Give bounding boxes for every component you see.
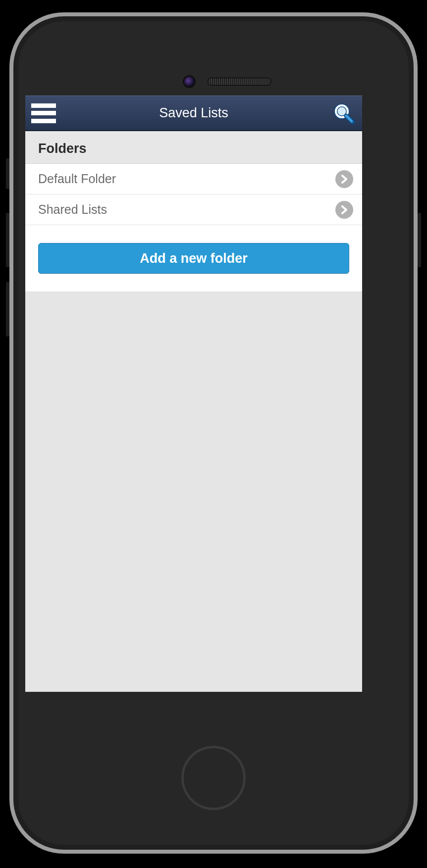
chevron-right-icon xyxy=(335,201,353,219)
page-title: Saved Lists xyxy=(25,105,362,121)
folder-row-shared[interactable]: Shared Lists xyxy=(25,194,362,225)
app-screen: Saved Lists Folders Default Folder Share… xyxy=(25,96,362,692)
folder-row-default[interactable]: Default Folder xyxy=(25,164,362,194)
folder-label: Default Folder xyxy=(38,172,335,186)
folder-label: Shared Lists xyxy=(38,202,335,217)
phone-speaker xyxy=(207,78,271,86)
app-header: Saved Lists xyxy=(25,96,362,131)
phone-camera xyxy=(184,77,194,87)
hamburger-icon xyxy=(31,119,56,123)
search-button[interactable] xyxy=(331,101,356,126)
hamburger-icon xyxy=(31,103,56,108)
chevron-right-icon xyxy=(335,170,353,188)
phone-home-button[interactable] xyxy=(181,746,246,810)
phone-power-button xyxy=(417,213,421,267)
action-area: Add a new folder xyxy=(25,225,362,292)
search-icon xyxy=(333,102,355,124)
add-folder-button[interactable]: Add a new folder xyxy=(38,243,349,274)
menu-button[interactable] xyxy=(31,103,56,123)
section-heading-folders: Folders xyxy=(25,131,362,164)
hamburger-icon xyxy=(31,111,56,115)
